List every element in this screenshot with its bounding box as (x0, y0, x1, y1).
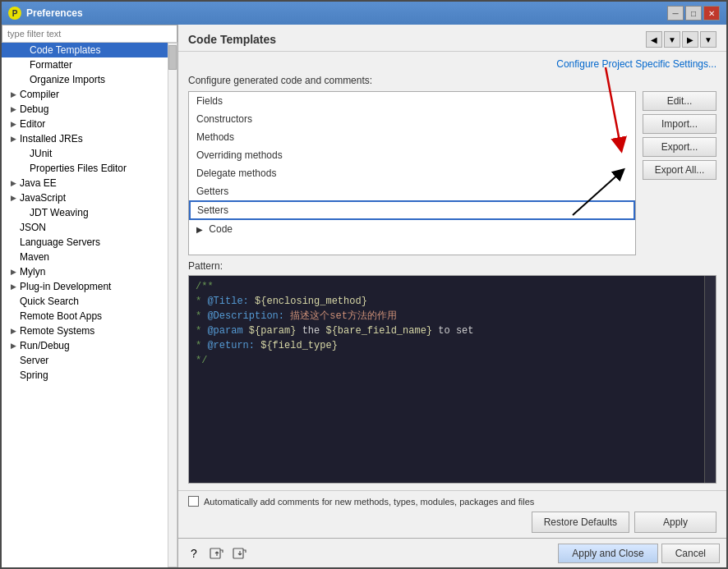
template-row-overriding-methods[interactable]: Overriding methods (189, 146, 635, 164)
pattern-scrollbar[interactable] (704, 276, 716, 483)
apply-button[interactable]: Apply (634, 512, 716, 533)
maximize-button[interactable]: □ (685, 6, 702, 21)
bottom-section: Automatically add comments for new metho… (178, 490, 726, 538)
sidebar-item-language-servers[interactable]: Language Servers (2, 235, 168, 250)
apply-and-close-button[interactable]: Apply and Close (558, 544, 657, 563)
sidebar-scrollbar[interactable] (168, 43, 177, 567)
edit-button[interactable]: Edit... (643, 91, 716, 111)
configure-project-link[interactable]: Configure Project Specific Settings... (556, 58, 716, 70)
template-label: Code (209, 223, 233, 235)
preferences-window: P Preferences ─ □ ✕ Code Templates (0, 0, 728, 569)
tree-toggle-java-ee (8, 178, 18, 188)
tree-toggle-javascript (8, 193, 18, 203)
sidebar-item-label: Remote Boot Apps (20, 310, 102, 322)
sidebar-item-label: Mylyn (20, 266, 45, 278)
template-row-setters[interactable]: Setters (189, 200, 635, 220)
sidebar-item-label: JavaScript (20, 192, 66, 204)
export-icon[interactable] (208, 544, 226, 562)
nav-back-button[interactable]: ◀ (646, 31, 662, 48)
sidebar-item-label: Plug-in Development (20, 281, 111, 292)
export-all-button[interactable]: Export All... (643, 160, 716, 180)
template-row-methods[interactable]: Methods (189, 128, 635, 146)
help-icon[interactable]: ? (185, 544, 203, 562)
tree-toggle (18, 149, 28, 158)
panel-title: Code Templates (188, 33, 276, 46)
sidebar-item-plug-in-development[interactable]: Plug-in Development (2, 279, 168, 294)
import-icon[interactable] (231, 544, 249, 562)
sidebar-item-java-ee[interactable]: Java EE (2, 176, 168, 190)
nav-forward-button[interactable]: ▶ (682, 31, 698, 48)
sidebar-item-server[interactable]: Server (2, 353, 168, 368)
sidebar-item-remote-systems[interactable]: Remote Systems (2, 324, 168, 338)
template-row-constructors[interactable]: Constructors (189, 110, 635, 128)
sidebar-item-installed-jres[interactable]: Installed JREs (2, 131, 168, 146)
sidebar-item-label: Quick Search (20, 296, 79, 307)
template-row-code[interactable]: ▶ Code (189, 220, 635, 238)
template-label: Fields (196, 95, 223, 107)
tree-toggle-debug (8, 104, 18, 114)
sidebar-item-mylyn[interactable]: Mylyn (2, 264, 168, 279)
sidebar-item-label: JUnit (30, 148, 52, 159)
templates-list-container: Fields Constructors Methods Overriding m… (188, 91, 636, 255)
import-button[interactable]: Import... (643, 114, 716, 134)
template-label: Getters (196, 186, 228, 197)
sidebar-item-remote-boot-apps[interactable]: Remote Boot Apps (2, 309, 168, 324)
sidebar-item-label: Debug (20, 103, 48, 115)
footer-bar: ? (178, 538, 726, 567)
sidebar-item-formatter[interactable]: Formatter (2, 57, 168, 72)
sidebar-item-label: Installed JREs (20, 133, 83, 145)
template-label: Methods (196, 131, 234, 143)
sidebar-item-quick-search[interactable]: Quick Search (2, 294, 168, 309)
tree-toggle (18, 163, 28, 173)
tree-toggle (8, 356, 18, 365)
auto-comment-checkbox[interactable] (188, 496, 199, 507)
pattern-editor[interactable]: /** * @Title: ${enclosing_method} * @Des… (189, 276, 704, 483)
close-button[interactable]: ✕ (703, 6, 720, 21)
pattern-label: Pattern: (188, 260, 716, 272)
sidebar-item-json[interactable]: JSON (2, 220, 168, 235)
sidebar-item-run-debug[interactable]: Run/Debug (2, 338, 168, 353)
minimize-button[interactable]: ─ (667, 6, 684, 21)
auto-comment-text: Automatically add comments for new metho… (204, 497, 534, 507)
sidebar-item-code-templates[interactable]: Code Templates (2, 43, 168, 57)
sidebar-item-label: Organize Imports (30, 74, 105, 85)
sidebar-item-jdt-weaving[interactable]: JDT Weaving (2, 205, 168, 220)
sidebar-item-organize-imports[interactable]: Organize Imports (2, 72, 168, 87)
templates-area: Fields Constructors Methods Overriding m… (188, 91, 716, 255)
sidebar-item-label: Spring (20, 369, 48, 381)
sidebar-item-label: Remote Systems (20, 325, 94, 337)
sidebar-item-properties-files-editor[interactable]: Properties Files Editor (2, 161, 168, 176)
sidebar-item-maven[interactable]: Maven (2, 250, 168, 264)
template-row-delegate-methods[interactable]: Delegate methods (189, 164, 635, 182)
restore-defaults-button[interactable]: Restore Defaults (532, 512, 629, 533)
sidebar-scrollbar-thumb[interactable] (168, 45, 177, 70)
sidebar-item-label: Run/Debug (20, 340, 70, 351)
sidebar-item-label: Formatter (30, 59, 72, 71)
sidebar-item-junit[interactable]: JUnit (2, 146, 168, 161)
nav-forward-dropdown-button[interactable]: ▼ (700, 31, 716, 48)
tree-toggle (18, 208, 28, 218)
tree-toggle-mylyn (8, 267, 18, 277)
tree-toggle (18, 60, 28, 70)
template-label: Overriding methods (196, 149, 283, 161)
sidebar-item-javascript[interactable]: JavaScript (2, 190, 168, 205)
tree-toggle-run-debug (8, 341, 18, 351)
pattern-editor-container: /** * @Title: ${enclosing_method} * @Des… (188, 275, 716, 484)
tree-toggle-editor (8, 119, 18, 129)
filter-input[interactable] (2, 25, 177, 43)
sidebar-item-compiler[interactable]: Compiler (2, 87, 168, 102)
nav-dropdown-button[interactable]: ▼ (664, 31, 680, 48)
panel-body: Configure Project Specific Settings... C… (178, 52, 726, 490)
sidebar-item-editor[interactable]: Editor (2, 117, 168, 131)
title-bar-left: P Preferences (8, 7, 83, 20)
title-buttons: ─ □ ✕ (667, 6, 720, 21)
template-row-getters[interactable]: Getters (189, 182, 635, 200)
sidebar-item-spring[interactable]: Spring (2, 368, 168, 383)
panel-nav: ◀ ▼ ▶ ▼ (646, 31, 716, 48)
sidebar-item-debug[interactable]: Debug (2, 102, 168, 117)
export-button[interactable]: Export... (643, 137, 716, 157)
sidebar-item-label: Maven (20, 251, 49, 263)
cancel-button[interactable]: Cancel (661, 544, 720, 563)
tree-toggle (8, 296, 18, 306)
template-row-fields[interactable]: Fields (189, 92, 635, 110)
